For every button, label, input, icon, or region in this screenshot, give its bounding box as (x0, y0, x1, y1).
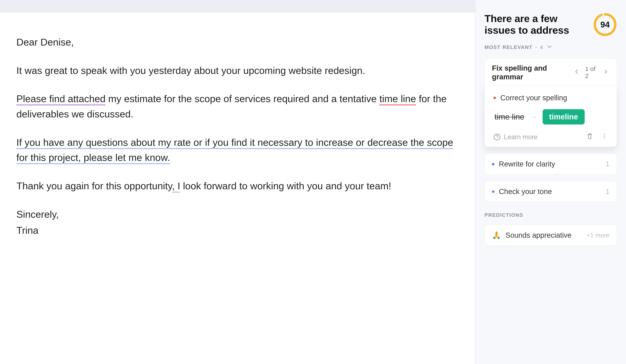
underline-red[interactable]: time line (379, 93, 416, 105)
prediction-label: Sounds appreciative (506, 231, 571, 239)
replacement-row: time line → timeline (493, 109, 608, 124)
paragraph-1[interactable]: It was great to speak with you yesterday… (16, 63, 459, 78)
paragraph-4[interactable]: Thank you again for this opportunity, I … (16, 178, 459, 194)
predictions-label: PREDICTIONS (484, 212, 617, 218)
dot-red-icon (493, 97, 496, 99)
paragraph-3[interactable]: If you have any questions about my rate … (16, 135, 459, 165)
sidebar-header: There are a few issues to address 94 (484, 13, 617, 36)
signature-block[interactable]: Sincerely, Trina (16, 207, 459, 238)
score-ring[interactable]: 94 (593, 13, 617, 36)
paragraph-2[interactable]: Please find attached my estimate for the… (16, 91, 459, 122)
svg-point-3 (497, 139, 497, 139)
sign-name[interactable]: Trina (16, 223, 459, 238)
collapsed-label: Rewrite for clarity (499, 160, 555, 168)
prediction-more: +1 more (587, 232, 609, 239)
question-circle-icon (493, 133, 501, 141)
suggestion-title: Correct your spelling (500, 94, 567, 102)
group-pager: 1 of 2 (573, 65, 609, 79)
greeting[interactable]: Dear Denise, (16, 35, 459, 50)
chevron-down-icon[interactable] (546, 43, 553, 51)
collapsed-count: 1 (606, 160, 609, 168)
score-value: 94 (593, 13, 617, 36)
underline-pink[interactable]: , I (172, 180, 180, 193)
arrow-right-icon: → (530, 113, 537, 121)
sign-off[interactable]: Sincerely, (16, 207, 459, 222)
prediction-emoji-icon: 🙏 (492, 231, 501, 240)
most-relevant-header[interactable]: MOST RELEVANT · 4 (484, 43, 617, 51)
suggestion-card: Correct your spelling time line → timeli… (484, 86, 617, 147)
suggestion-title-row: Correct your spelling (493, 94, 608, 102)
underline-purple[interactable]: Please find attached (16, 93, 106, 105)
dot-blue-icon (492, 163, 495, 165)
collapsed-label: Check your tone (499, 187, 552, 196)
pager-prev-icon[interactable] (573, 68, 580, 77)
editor-topbar (0, 0, 475, 13)
suggestions-sidebar: There are a few issues to address 94 MOS… (475, 0, 626, 364)
collapsed-card-tone[interactable]: Check your tone 1 (484, 181, 617, 202)
dismiss-icon[interactable] (586, 133, 593, 142)
document-editor[interactable]: Dear Denise, It was great to speak with … (0, 13, 475, 364)
editor-pane: Dear Denise, It was great to speak with … (0, 0, 475, 364)
prediction-card[interactable]: 🙏 Sounds appreciative +1 more (484, 225, 617, 246)
original-text: time line (495, 112, 524, 121)
most-relevant-count: 4 (540, 44, 543, 50)
group-header: Fix spelling and grammar 1 of 2 (484, 58, 617, 87)
collapsed-count: 1 (606, 188, 609, 195)
group-title: Fix spelling and grammar (492, 64, 573, 81)
dot-purple-icon (492, 190, 495, 193)
sidebar-title: There are a few issues to address (484, 13, 588, 36)
replacement-button[interactable]: timeline (543, 109, 585, 124)
pager-text: 1 of 2 (585, 65, 597, 79)
learn-more-button[interactable]: Learn more (493, 133, 538, 141)
underline-blue[interactable]: If you have any questions about my rate … (16, 137, 453, 164)
svg-point-2 (494, 134, 500, 140)
pager-next-icon[interactable] (602, 68, 609, 77)
collapsed-card-clarity[interactable]: Rewrite for clarity 1 (484, 154, 617, 175)
most-relevant-label: MOST RELEVANT (484, 44, 532, 50)
suggestion-group: Fix spelling and grammar 1 of 2 Correct … (484, 58, 617, 147)
suggestion-footer: Learn more (493, 133, 608, 142)
svg-point-6 (604, 138, 605, 139)
more-options-icon[interactable] (601, 133, 608, 142)
svg-point-5 (604, 136, 605, 137)
svg-point-4 (604, 134, 605, 135)
